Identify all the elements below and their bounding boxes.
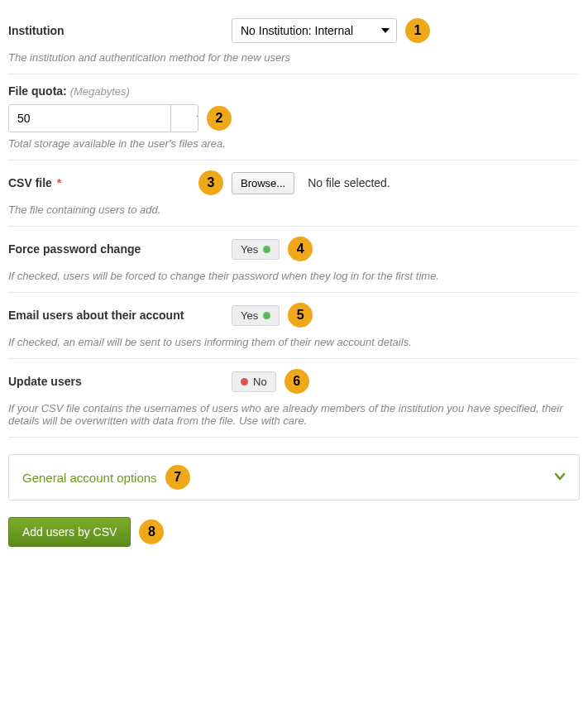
- force-password-label: Force password change: [8, 242, 223, 256]
- marker-1: 1: [405, 18, 430, 43]
- csv-help: The file containing users to add.: [8, 204, 580, 216]
- force-password-toggle[interactable]: Yes: [232, 239, 280, 260]
- status-dot-icon: [241, 378, 248, 386]
- email-users-help: If checked, an email will be sent to use…: [8, 336, 580, 348]
- csv-field: CSV file * 3 Browse... No file selected.…: [8, 160, 580, 227]
- quota-help: Total storage available in the user's fi…: [8, 137, 580, 150]
- quota-field: File quota: (Megabytes) 2 Total storage …: [8, 74, 580, 160]
- status-dot-icon: [263, 312, 270, 319]
- quota-value-input[interactable]: [9, 105, 170, 132]
- general-options-accordion[interactable]: General account options 7: [8, 454, 580, 500]
- quota-unit-select[interactable]: [170, 105, 198, 132]
- file-status: No file selected.: [308, 176, 390, 189]
- marker-5: 5: [288, 303, 313, 328]
- marker-7: 7: [165, 465, 190, 490]
- marker-8: 8: [139, 520, 164, 544]
- institution-label: Institution: [8, 24, 223, 37]
- quota-label: File quota: (Megabytes): [8, 84, 580, 98]
- chevron-down-icon: [554, 471, 566, 485]
- marker-6: 6: [284, 369, 309, 394]
- force-password-help: If checked, users will be forced to chan…: [8, 270, 580, 282]
- update-users-toggle[interactable]: No: [232, 371, 276, 392]
- status-dot-icon: [263, 246, 270, 253]
- institution-field: Institution No Institution: Internal 1 T…: [8, 8, 580, 74]
- marker-4: 4: [288, 237, 313, 261]
- marker-3: 3: [198, 170, 223, 195]
- email-users-label: Email users about their account: [8, 309, 223, 322]
- submit-row: Add users by CSV 8: [8, 517, 580, 547]
- accordion-title: General account options: [22, 471, 157, 485]
- email-users-toggle[interactable]: Yes: [232, 305, 280, 326]
- institution-help: The institution and authentication metho…: [8, 51, 580, 64]
- update-users-help: If your CSV file contains the usernames …: [8, 402, 580, 427]
- browse-button[interactable]: Browse...: [232, 172, 294, 194]
- quota-input-group: [8, 104, 198, 132]
- institution-select[interactable]: No Institution: Internal: [232, 18, 397, 43]
- email-users-field: Email users about their account Yes 5 If…: [8, 293, 580, 359]
- csv-label: CSV file *: [8, 176, 190, 189]
- add-users-button[interactable]: Add users by CSV: [8, 517, 131, 547]
- update-users-label: Update users: [8, 375, 223, 388]
- marker-2: 2: [207, 106, 232, 131]
- update-users-field: Update users No 6 If your CSV file conta…: [8, 359, 580, 438]
- force-password-field: Force password change Yes 4 If checked, …: [8, 227, 580, 293]
